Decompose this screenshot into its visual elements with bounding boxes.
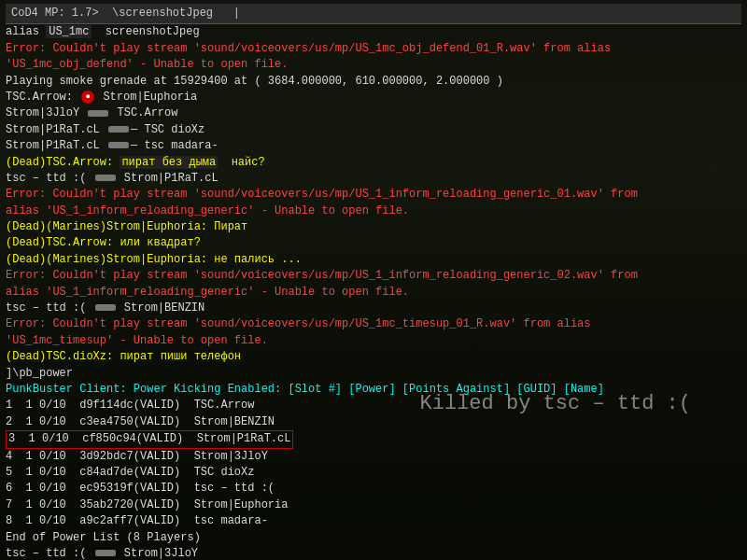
line-chat1: TSC.Arrow: ● Strom|Euphoria xyxy=(6,90,741,105)
line-chat10: tsc – ttd :( Strom|BENZIN xyxy=(6,301,741,316)
pb-row-6: 6 1 0/10 ec95319f(VALID) tsc – ttd :( xyxy=(6,481,741,497)
gun-icon xyxy=(88,110,108,117)
gun-icon2 xyxy=(108,126,129,133)
title-bar: CoD4 MP: 1.7> \screenshotJpeg | xyxy=(6,4,741,24)
pb-row-4: 4 1 0/10 3d92bdc7(VALID) Strom|3JloY xyxy=(6,449,741,465)
line-error1b: 'US_1mc_obj_defend' - Unable to open fil… xyxy=(6,57,741,73)
line-chat12: tsc – ttd :( Strom|3JloY xyxy=(6,546,741,560)
line-smoke: Playing smoke grenade at 15929400 at ( 3… xyxy=(6,74,741,90)
console-panel: CoD4 MP: 1.7> \screenshotJpeg | alias US… xyxy=(0,0,747,560)
game-screen: CoD4 MP: 1.7> \screenshotJpeg | alias US… xyxy=(0,0,747,560)
killed-by-text: Killed by tsc – ttd :( xyxy=(420,392,691,415)
pb-row-2: 2 1 0/10 c3ea4750(VALID) Strom|BENZIN xyxy=(6,414,741,430)
gun-icon3 xyxy=(108,142,129,148)
line-error4a: Error: Couldn't play stream 'sound/voice… xyxy=(6,316,741,332)
line-error2a: Error: Couldn't play stream 'sound/voice… xyxy=(6,187,741,203)
line-error3a: Error: Couldn't play stream 'sound/voice… xyxy=(6,268,741,284)
pb-row-5: 5 1 0/10 c84ad7de(VALID) TSC dioXz xyxy=(6,465,741,481)
line-chat7: (Dead)(Marines)Strom|Euphoria: Пират xyxy=(6,219,741,235)
line-error2b: alias 'US_1_inform_reloading_generic' - … xyxy=(6,203,741,219)
line-error1a: Error: Couldn't play stream 'sound/voice… xyxy=(6,41,741,57)
line-chat2: Strom|3JloY TSC.Arrow xyxy=(6,105,741,121)
pb-row-7: 7 1 0/10 35ab2720(VALID) Strom|Euphoria xyxy=(6,497,741,513)
pb-row-8: 8 1 0/10 a9c2aff7(VALID) tsc madara- xyxy=(6,513,741,529)
end-power-list: End of Power List (8 Players) xyxy=(6,530,741,546)
line-chat11: (Dead)TSC.dioXz: пират пиши телефон xyxy=(6,349,741,365)
line-chat9: (Dead)(Marines)Strom|Euphoria: не пались… xyxy=(6,252,741,268)
line-chat5: (Dead)TSC.Arrow: пират без дыма найс? xyxy=(6,155,741,171)
skull-icon: ● xyxy=(81,91,94,104)
line-error4b: 'US_1mc_timesup' - Unable to open file. xyxy=(6,333,741,349)
gun-icon5 xyxy=(95,304,116,311)
line-chat6: tsc – ttd :( Strom|P1RaT.cL xyxy=(6,171,741,187)
line-command: ]\pb_power xyxy=(6,366,741,382)
line-alias: alias US_1mc screenshotJpeg xyxy=(6,24,741,40)
line-chat3: Strom|P1RaT.cL — TSC dioXz xyxy=(6,122,741,138)
pb-highlight: 3 1 0/10 cf850c94(VALID) Strom|P1RaT.cL xyxy=(6,430,293,448)
gun-icon4 xyxy=(95,175,116,181)
gun-icon6 xyxy=(95,550,116,556)
line-chat4: Strom|P1RaT.cL — tsc madara- xyxy=(6,138,741,154)
line-chat8: (Dead)TSC.Arrow: или квадрат? xyxy=(6,235,741,251)
line-error3b: alias 'US_1_inform_reloading_generic' - … xyxy=(6,285,741,301)
pb-row-3: 3 1 0/10 cf850c94(VALID) Strom|P1RaT.cL xyxy=(6,430,741,448)
